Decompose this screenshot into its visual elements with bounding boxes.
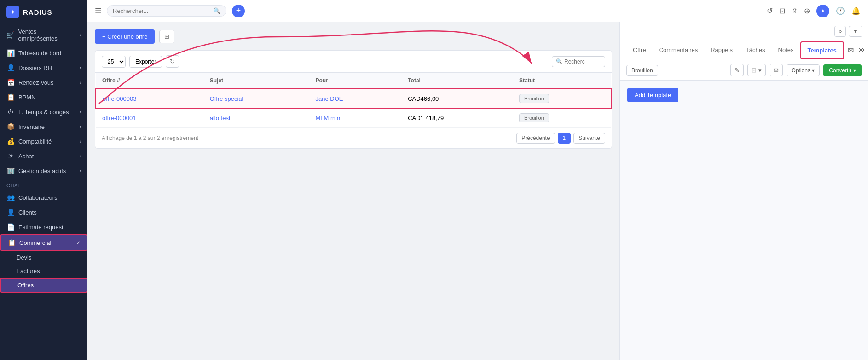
pour-link[interactable]: Jane DOE [316, 95, 343, 102]
sidebar-item-comptabilite[interactable]: 💰 Comptabilité ‹ [0, 134, 87, 149]
add-new-button[interactable]: + [232, 5, 245, 17]
filter-button[interactable]: ▼ [849, 26, 862, 37]
table-header-row: Offre # Sujet Pour Total Statut [96, 73, 611, 89]
sidebar-sub-factures[interactable]: Factures [0, 264, 87, 278]
sidebar-item-label: Rendez-vous [18, 79, 54, 86]
sidebar-item-temps[interactable]: ⏱ F. Temps & congés ‹ [0, 105, 87, 119]
sidebar-item-dossiers[interactable]: 👤 Dossiers RH ‹ [0, 60, 87, 75]
sidebar-item-bpmn[interactable]: 📋 BPMN [0, 90, 87, 105]
refresh-icon[interactable]: ↺ [767, 6, 773, 15]
sidebar-item-ventes[interactable]: 🛒 Ventes omniprésentes ‹ [0, 24, 87, 46]
table-search-input[interactable] [564, 58, 601, 65]
current-page-button[interactable]: 1 [558, 133, 571, 144]
offre-link[interactable]: offre-000003 [103, 95, 137, 102]
sidebar-item-inventaire[interactable]: 📦 Inventaire ‹ [0, 119, 87, 134]
rendez-vous-icon: 📅 [6, 79, 15, 86]
edit-button[interactable]: ✎ [730, 64, 744, 76]
sidebar-item-rendez-vous[interactable]: 📅 Rendez-vous ‹ [0, 75, 87, 90]
create-offre-button[interactable]: + Créer une offre [95, 29, 155, 44]
expand-button[interactable]: » [834, 26, 846, 37]
tab-templates[interactable]: Templates [800, 41, 844, 59]
col-statut: Statut [513, 73, 611, 89]
right-panel-tabs: Offre Commentaires Rappels Tâches Notes … [620, 41, 868, 60]
sidebar-item-tableau[interactable]: 📊 Tableau de bord [0, 46, 87, 60]
tab-taches[interactable]: Tâches [739, 41, 772, 60]
add-template-button[interactable]: Add Template [627, 88, 678, 102]
tab-rappels[interactable]: Rappels [704, 41, 739, 60]
sidebar-item-estimate[interactable]: 📄 Estimate request [0, 220, 87, 234]
sidebar-sub-offres[interactable]: Offres [0, 278, 87, 293]
estimate-icon: 📄 [6, 223, 15, 231]
achat-icon: 🛍 [6, 152, 15, 160]
sidebar-item-label: Commercial [19, 239, 51, 246]
action-bar: + Créer une offre ⊞ [95, 29, 612, 44]
bell-icon[interactable]: 🔔 [851, 6, 861, 15]
clients-icon: 👤 [6, 209, 15, 216]
eye-icon[interactable]: 👁 [857, 46, 865, 55]
chevron-icon: ‹ [80, 124, 81, 129]
total-cell: CAD1 418,79 [401, 108, 513, 128]
section-chat-label: Chat [0, 178, 87, 190]
tableau-icon: 📊 [6, 49, 15, 57]
share-icon[interactable]: ⇪ [792, 6, 798, 15]
sidebar-item-label: Achat [18, 153, 34, 160]
search-input[interactable] [113, 7, 210, 14]
inventaire-icon: 📦 [6, 123, 15, 130]
pour-link[interactable]: MLM mlm [316, 115, 342, 122]
sidebar-item-label: F. Temps & congés [18, 109, 69, 116]
offre-id-cell: offre-000003 [96, 89, 203, 108]
sidebar-logo: ✦ RADIUS [0, 0, 87, 24]
table-row[interactable]: offre-000003 Offre special Jane DOE CAD4… [96, 89, 611, 108]
sujet-link[interactable]: allo test [210, 115, 231, 122]
sidebar-item-label: Collaborateurs [18, 194, 58, 201]
refresh-table-button[interactable]: ↻ [166, 55, 179, 68]
convert-button[interactable]: Convertir ▾ [823, 64, 862, 76]
prev-page-button[interactable]: Précédente [516, 133, 555, 144]
grid-view-button[interactable]: ⊞ [159, 30, 174, 43]
grid-icon[interactable]: ⊕ [804, 6, 810, 15]
sidebar-item-clients[interactable]: 👤 Clients [0, 205, 87, 220]
sidebar-item-commercial[interactable]: 📋 Commercial ✓ [0, 234, 87, 251]
sujet-cell: Offre special [203, 89, 309, 108]
offre-link[interactable]: offre-000001 [102, 115, 136, 122]
right-panel-toolbar: Brouillon ✎ ⊡ ▾ ✉ Options ▾ Convertir ▾ [620, 60, 868, 81]
right-panel: » ▼ Offre Commentaires Rappels Tâches No… [619, 22, 868, 360]
chevron-icon: ‹ [80, 139, 81, 144]
sidebar-item-label: Ventes omniprésentes [18, 28, 76, 42]
layout-button[interactable]: ⊡ ▾ [747, 64, 766, 76]
right-panel-content: Add Template [620, 81, 868, 360]
export-button[interactable]: Exporter [129, 56, 162, 68]
sujet-link[interactable]: Offre special [210, 95, 243, 102]
sidebar-sub-devis[interactable]: Devis [0, 251, 87, 264]
sidebar-item-collaborateurs[interactable]: 👥 Collaborateurs [0, 190, 87, 205]
email-icon[interactable]: ✉ [848, 46, 854, 55]
menu-icon[interactable]: ☰ [95, 6, 101, 15]
email-send-button[interactable]: ✉ [770, 64, 783, 76]
tab-commentaires[interactable]: Commentaires [653, 41, 705, 60]
clock-icon[interactable]: 🕐 [836, 6, 845, 15]
options-button[interactable]: Options ▾ [787, 64, 820, 76]
table-row[interactable]: offre-000001 allo test MLM mlm CAD1 418,… [96, 108, 611, 128]
page-size-select[interactable]: 25 [102, 56, 126, 68]
status-badge: Brouillon [519, 113, 549, 122]
draft-filter-badge[interactable]: Brouillon [626, 65, 658, 76]
tab-notes[interactable]: Notes [772, 41, 800, 60]
chevron-icon: ‹ [80, 154, 81, 159]
devis-label: Devis [17, 254, 32, 261]
statut-cell: Brouillon [513, 89, 611, 108]
table-search-wrap: 🔍 [552, 56, 605, 67]
comptabilite-icon: 💰 [6, 138, 15, 145]
screen-icon[interactable]: ⊡ [779, 6, 785, 15]
bpmn-icon: 📋 [6, 93, 15, 101]
sidebar-item-actifs[interactable]: 🏢 Gestion des actifs ‹ [0, 163, 87, 178]
sidebar-item-achat[interactable]: 🛍 Achat ‹ [0, 149, 87, 163]
sidebar-item-label: Clients [18, 209, 37, 216]
factures-label: Factures [17, 267, 40, 274]
user-avatar[interactable]: ✦ [816, 5, 829, 17]
pour-cell: Jane DOE [309, 89, 402, 108]
chevron-icon: ‹ [80, 65, 81, 70]
next-page-button[interactable]: Suivante [573, 133, 605, 144]
chevron-icon: ‹ [80, 33, 81, 38]
top-header: ☰ 🔍 + ↺ ⊡ ⇪ ⊕ ✦ 🕐 🔔 [87, 0, 868, 22]
tab-offre[interactable]: Offre [626, 41, 653, 60]
